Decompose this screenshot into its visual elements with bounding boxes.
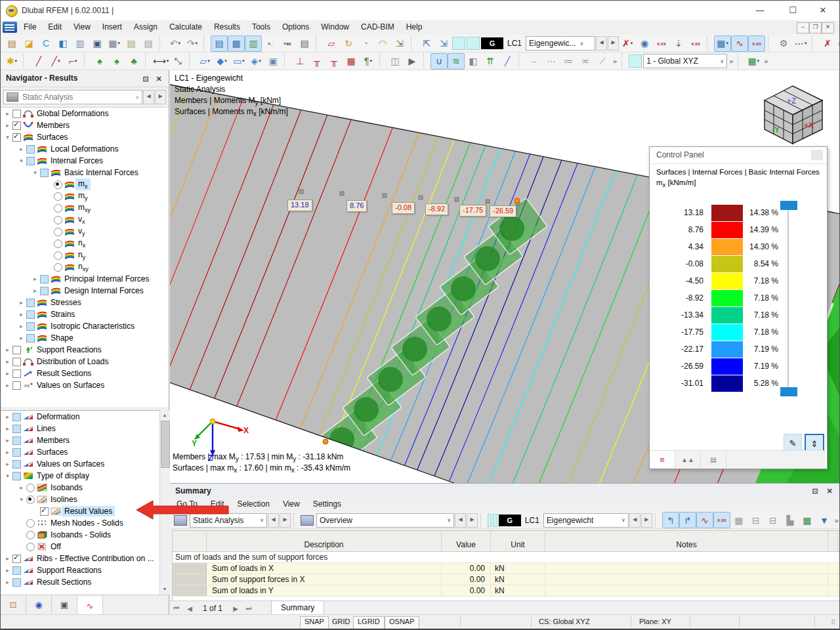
expander-icon[interactable]: ▸ (17, 484, 26, 491)
radio-button[interactable] (53, 203, 63, 213)
prev-load-case-button[interactable]: ◀ (629, 513, 640, 528)
checkbox[interactable] (12, 459, 22, 469)
display-item-deformation[interactable]: ▸Deformation (1, 411, 169, 423)
grid-toggle[interactable]: GRID (327, 616, 355, 629)
insert-above-icon[interactable]: ⇱ (418, 35, 435, 52)
tab-views[interactable]: ◉ (26, 595, 52, 614)
checkbox[interactable] (12, 357, 22, 366)
radio-button[interactable] (53, 227, 63, 236)
table-row[interactable]: Sum of support forces in X0.00kN (173, 574, 839, 585)
edit-panel-button[interactable]: ✎ (784, 434, 802, 452)
print-icon[interactable]: ▦▾ (106, 35, 123, 52)
checkbox[interactable] (12, 554, 22, 563)
expander-icon[interactable]: ▸ (3, 370, 12, 377)
levels-icon[interactable]: ⇲ (391, 35, 408, 52)
show-values-icon[interactable]: ◉ (636, 35, 653, 52)
chevron-down-icon[interactable]: ∨ (621, 517, 625, 523)
checkbox[interactable] (12, 578, 22, 587)
expander-icon[interactable]: ▸ (3, 567, 12, 574)
results-item-mx[interactable]: mx (1, 178, 169, 190)
tab-results[interactable]: ∿ (77, 595, 103, 616)
resize-grip[interactable]: ⠿ (831, 619, 839, 627)
expander-icon[interactable]: ▸ (31, 287, 39, 294)
results-item-surfaces[interactable]: ▾Surfaces (1, 131, 169, 143)
chevron-down-icon[interactable]: ▾ (631, 41, 633, 46)
checkbox[interactable] (39, 286, 49, 295)
close-button[interactable]: ✕ (808, 1, 838, 20)
new-line-type-icon[interactable]: ╱▾ (47, 53, 64, 70)
new-polyline-icon[interactable]: ⌐▾ (64, 53, 81, 70)
chevron-down-icon[interactable]: ▾ (178, 41, 181, 46)
checkbox[interactable] (39, 168, 49, 177)
radio-button[interactable] (53, 239, 63, 248)
next-button[interactable]: ▶ (280, 513, 291, 528)
lgrid-toggle[interactable]: LGRID (353, 616, 385, 629)
table-list-icon[interactable]: ▤ (296, 35, 313, 52)
summary-menu-selection[interactable]: Selection (231, 498, 276, 510)
scroll-down-icon[interactable]: ▼ (161, 585, 169, 594)
results-item-nx[interactable]: nx (1, 238, 169, 249)
expander-icon[interactable]: ▾ (3, 472, 12, 479)
results-item-ny[interactable]: ny (1, 249, 169, 261)
results-item-principal-internal-forces[interactable]: ▸Principal Internal Forces (1, 273, 169, 285)
radio-button[interactable] (53, 180, 63, 189)
support-surface-icon[interactable]: ▦ (343, 53, 360, 70)
checkbox[interactable] (39, 507, 49, 516)
expander-icon[interactable]: ▸ (3, 346, 12, 353)
model-cube-icon[interactable]: ◧ (54, 35, 72, 52)
xxx-results-icon[interactable]: x.xx (687, 35, 704, 52)
scale-slider-top-handle[interactable] (780, 201, 797, 210)
chevron-down-icon[interactable]: ▾ (757, 58, 760, 64)
checkbox[interactable] (12, 369, 22, 378)
tab-filter[interactable]: ▤ (701, 451, 726, 468)
excel-export-icon[interactable]: ▦ (799, 512, 816, 528)
new-nurbs-icon[interactable]: ◈▾ (247, 53, 264, 70)
checkbox[interactable] (12, 471, 22, 480)
results-item-support-reactions[interactable]: ▸Support Reactions (1, 344, 169, 356)
radio-button[interactable] (26, 495, 35, 504)
checkbox[interactable] (12, 133, 22, 142)
expander-icon[interactable]: ▸ (3, 461, 12, 467)
navigator-float-icon[interactable]: ⊡ (140, 73, 152, 85)
chevron-down-icon[interactable]: ∨ (135, 94, 139, 100)
expander-icon[interactable]: ▸ (3, 382, 12, 388)
results-item-basic-internal-forces[interactable]: ▾Basic Internal Forces (1, 167, 169, 178)
display-item-isobands[interactable]: ▸Isobands (1, 482, 169, 494)
display-item-isobands-solids[interactable]: Isobands - Solids (1, 529, 169, 541)
chevron-down-icon[interactable]: ▾ (726, 41, 728, 46)
expander-icon[interactable]: ▸ (17, 299, 26, 306)
table-grid-icon[interactable]: ▦ (228, 35, 245, 52)
xxx-values-icon[interactable]: x.xx (653, 35, 670, 52)
orbit-icon[interactable]: ◔ (357, 35, 374, 52)
control-panel-hide-button[interactable] (811, 150, 823, 160)
results-item-design-internal-forces[interactable]: ▸Design Internal Forces (1, 285, 169, 297)
expander-icon[interactable]: ▸ (17, 146, 26, 152)
section-red-icon[interactable]: ▱ (323, 35, 340, 52)
new-table-icon[interactable]: ▤ (123, 35, 140, 52)
bar-chart-icon[interactable]: ▙ (782, 512, 799, 528)
display-cell-icon[interactable] (488, 514, 492, 527)
display-item-off[interactable]: Off (1, 541, 169, 553)
checkbox[interactable] (12, 381, 22, 390)
diagram-type1-icon[interactable]: ⎯ (526, 53, 543, 70)
expander-icon[interactable]: ▾ (3, 134, 12, 140)
checkbox[interactable] (12, 566, 22, 575)
print-preview-icon[interactable]: ▥ (72, 35, 89, 52)
new-member-icon[interactable]: ♠ (91, 53, 108, 70)
summary-close-icon[interactable]: ✕ (824, 485, 835, 497)
results-item-values-on-surfaces[interactable]: ▸xxValues on Surfaces (1, 379, 169, 391)
expander-icon[interactable]: ▸ (3, 437, 12, 444)
result-diagram-icon[interactable]: ∪ (430, 53, 448, 70)
diagram-type2-icon[interactable]: ⋯ (543, 53, 560, 70)
dim-xx-icon[interactable]: ⤡ (169, 53, 186, 70)
dlubal-cloud-icon[interactable]: C (37, 35, 54, 52)
last-page-icon[interactable]: ⏭ (242, 604, 255, 612)
results-item-strains[interactable]: ▸Strains (1, 308, 169, 320)
radio-button[interactable] (26, 483, 35, 492)
support-member-icon[interactable]: ╥ (326, 53, 343, 70)
chevron-down-icon[interactable]: ▾ (805, 41, 807, 46)
snap-toggle[interactable]: SNAP (300, 616, 329, 629)
expander-icon[interactable]: ▸ (31, 276, 39, 282)
display-cell-icon[interactable] (452, 37, 465, 50)
expander-icon[interactable]: ▸ (3, 122, 12, 129)
